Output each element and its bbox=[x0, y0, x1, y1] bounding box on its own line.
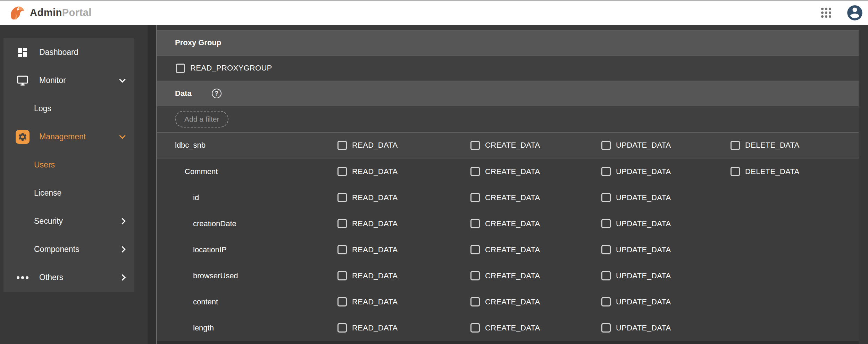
permission-cell: DELETE_DATA bbox=[731, 141, 859, 150]
permission-label: READ_DATA bbox=[352, 245, 398, 254]
sidebar-item-security[interactable]: Security bbox=[3, 207, 134, 235]
permission-label: CREATE_DATA bbox=[485, 219, 540, 228]
permission-cell: UPDATE_DATA bbox=[601, 297, 731, 306]
gear-icon bbox=[16, 130, 30, 144]
section-title: Proxy Group bbox=[175, 38, 221, 47]
fox-logo-icon bbox=[8, 4, 26, 22]
permission-cell: CREATE_DATA bbox=[470, 297, 601, 306]
permission-cell: READ_DATA bbox=[337, 141, 470, 150]
checkbox-creationdate-create_data[interactable] bbox=[470, 219, 480, 228]
admin-portal-app: AdminPortal DashboardMonitorLogsManageme… bbox=[0, 0, 868, 344]
checkbox-content-read_data[interactable] bbox=[337, 297, 347, 306]
proxygroup-permission-row: READ_PROXYGROUP bbox=[157, 56, 859, 81]
permission-cell: READ_DATA bbox=[337, 297, 470, 306]
permission-label: CREATE_DATA bbox=[485, 297, 540, 306]
help-circle-icon[interactable]: ? bbox=[212, 89, 222, 98]
permission-cell: UPDATE_DATA bbox=[601, 245, 731, 254]
sidebar-item-label: Security bbox=[34, 216, 63, 226]
permission-cell: UPDATE_DATA bbox=[601, 193, 731, 202]
table-row-creationdate: creationDateREAD_DATACREATE_DATAUPDATE_D… bbox=[157, 211, 859, 237]
checkbox-locationip-update_data[interactable] bbox=[601, 245, 611, 254]
permission-label: UPDATE_DATA bbox=[616, 245, 671, 254]
row-label: creationDate bbox=[157, 219, 337, 228]
permission-label: READ_PROXYGROUP bbox=[190, 64, 272, 73]
chevron-right-icon bbox=[119, 274, 125, 280]
chevron-right-icon bbox=[119, 218, 125, 224]
topbar: AdminPortal bbox=[0, 0, 868, 25]
checkbox-length-create_data[interactable] bbox=[470, 323, 480, 333]
checkbox-ldbc_snb-create_data[interactable] bbox=[470, 141, 480, 150]
checkbox-length-read_data[interactable] bbox=[337, 323, 347, 333]
permission-label: UPDATE_DATA bbox=[616, 297, 671, 306]
checkbox-comment-read_data[interactable] bbox=[337, 167, 347, 176]
permission-label: READ_DATA bbox=[352, 193, 398, 202]
checkbox-content-create_data[interactable] bbox=[470, 297, 480, 306]
sidebar-item-logs[interactable]: Logs bbox=[3, 95, 134, 123]
checkbox-browserused-update_data[interactable] bbox=[601, 271, 611, 280]
permissions-panel: Proxy Group READ_PROXYGROUP Data ? Add a… bbox=[156, 25, 859, 344]
sidebar-item-label: License bbox=[34, 188, 61, 198]
checkbox-comment-update_data[interactable] bbox=[601, 167, 611, 176]
row-label: length bbox=[157, 323, 337, 333]
topbar-right bbox=[821, 4, 868, 22]
sidebar-item-others[interactable]: Others bbox=[3, 263, 134, 292]
permission-cell: CREATE_DATA bbox=[470, 245, 601, 254]
permission-cell: READ_DATA bbox=[337, 245, 470, 254]
permission-cell: CREATE_DATA bbox=[470, 219, 601, 228]
checkbox-ldbc_snb-delete_data[interactable] bbox=[731, 141, 740, 150]
checkbox-comment-create_data[interactable] bbox=[470, 167, 480, 176]
row-label: Comment bbox=[157, 167, 337, 176]
checkbox-id-create_data[interactable] bbox=[470, 193, 480, 202]
checkbox-locationip-read_data[interactable] bbox=[337, 245, 347, 254]
row-label: ldbc_snb bbox=[157, 141, 337, 150]
sidebar: DashboardMonitorLogsManagementUsersLicen… bbox=[0, 25, 148, 344]
checkbox-id-read_data[interactable] bbox=[337, 193, 347, 202]
sidebar-item-components[interactable]: Components bbox=[3, 235, 134, 263]
checkbox-browserused-read_data[interactable] bbox=[337, 271, 347, 280]
checkbox-browserused-create_data[interactable] bbox=[470, 271, 480, 280]
permission-cell: READ_DATA bbox=[337, 167, 470, 176]
table-row-comment: CommentREAD_DATACREATE_DATAUPDATE_DATADE… bbox=[157, 158, 859, 185]
checkbox-creationdate-read_data[interactable] bbox=[337, 219, 347, 228]
permission-label: CREATE_DATA bbox=[485, 323, 540, 333]
checkbox-id-update_data[interactable] bbox=[601, 193, 611, 202]
permission-label: UPDATE_DATA bbox=[616, 323, 671, 333]
checkbox-ldbc_snb-read_data[interactable] bbox=[337, 141, 347, 150]
sidebar-item-label: Management bbox=[39, 132, 86, 141]
scrollbar-track[interactable] bbox=[859, 25, 868, 344]
checkbox-length-update_data[interactable] bbox=[601, 323, 611, 333]
data-permission-table: ldbc_snbREAD_DATACREATE_DATAUPDATE_DATAD… bbox=[157, 133, 859, 341]
row-label: content bbox=[157, 297, 337, 306]
checkbox-locationip-create_data[interactable] bbox=[470, 245, 480, 254]
checkbox-creationdate-update_data[interactable] bbox=[601, 219, 611, 228]
brand: AdminPortal bbox=[8, 4, 92, 22]
sidebar-item-license[interactable]: License bbox=[3, 179, 134, 207]
sidebar-item-users[interactable]: Users bbox=[3, 151, 134, 179]
checkbox-ldbc_snb-update_data[interactable] bbox=[601, 141, 611, 150]
ellipsis-icon bbox=[16, 276, 30, 279]
sidebar-item-monitor[interactable]: Monitor bbox=[3, 66, 134, 95]
sidebar-item-label: Logs bbox=[34, 104, 51, 113]
filter-row: Add a filter bbox=[157, 106, 859, 133]
permission-label: READ_DATA bbox=[352, 271, 398, 280]
chevron-right-icon bbox=[119, 246, 125, 252]
permission-label: READ_DATA bbox=[352, 297, 398, 306]
sidebar-nav: DashboardMonitorLogsManagementUsersLicen… bbox=[3, 38, 134, 292]
permission-label: READ_DATA bbox=[352, 323, 398, 333]
add-filter-chip[interactable]: Add a filter bbox=[175, 111, 228, 128]
checkbox-comment-delete_data[interactable] bbox=[731, 167, 740, 176]
permission-label: CREATE_DATA bbox=[485, 245, 540, 254]
account-circle-icon[interactable] bbox=[846, 4, 864, 22]
row-label: browserUsed bbox=[157, 271, 337, 280]
sidebar-item-management[interactable]: Management bbox=[3, 123, 134, 151]
apps-grid-icon[interactable] bbox=[821, 8, 831, 18]
brand-secondary: Portal bbox=[62, 7, 92, 18]
monitor-icon bbox=[16, 75, 30, 87]
checkbox-read_proxygroup[interactable] bbox=[176, 64, 185, 73]
permission-cell: READ_DATA bbox=[337, 271, 470, 280]
permission-label: CREATE_DATA bbox=[485, 271, 540, 280]
permission-cell: CREATE_DATA bbox=[470, 167, 601, 176]
checkbox-content-update_data[interactable] bbox=[601, 297, 611, 306]
sidebar-item-dashboard[interactable]: Dashboard bbox=[3, 38, 134, 66]
chevron-down-icon bbox=[119, 132, 125, 139]
